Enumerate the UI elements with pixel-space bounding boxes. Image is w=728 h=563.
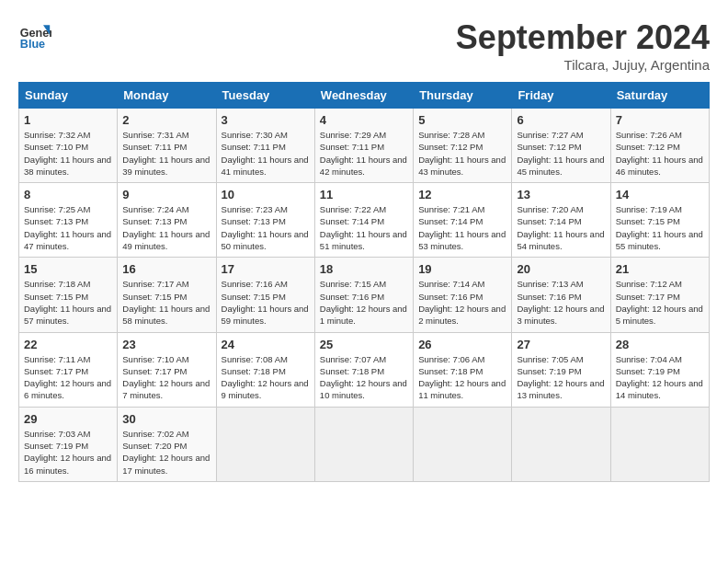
- day-number: 7: [616, 113, 704, 127]
- day-number: 22: [24, 338, 112, 351]
- day-number: 20: [517, 262, 605, 276]
- calendar-cell: [610, 407, 709, 481]
- day-number: 12: [418, 188, 506, 201]
- day-number: 13: [517, 188, 605, 201]
- calendar-cell: 23Sunrise: 7:10 AMSunset: 7:17 PMDayligh…: [118, 332, 216, 407]
- calendar-cell: [414, 407, 512, 481]
- calendar-cell: 29Sunrise: 7:03 AMSunset: 7:19 PMDayligh…: [19, 407, 118, 481]
- day-number: 29: [24, 412, 112, 426]
- calendar-cell: 3Sunrise: 7:30 AMSunset: 7:11 PMDaylight…: [216, 109, 314, 183]
- day-number: 3: [222, 113, 310, 127]
- logo-icon: General Blue: [18, 18, 51, 52]
- calendar-cell: 8Sunrise: 7:25 AMSunset: 7:13 PMDaylight…: [19, 183, 118, 258]
- calendar-cell: 22Sunrise: 7:11 AMSunset: 7:17 PMDayligh…: [19, 332, 118, 407]
- calendar-cell: 28Sunrise: 7:04 AMSunset: 7:19 PMDayligh…: [610, 332, 709, 407]
- day-info: Sunrise: 7:12 AMSunset: 7:17 PMDaylight:…: [616, 278, 704, 327]
- calendar-cell: 12Sunrise: 7:21 AMSunset: 7:14 PMDayligh…: [414, 183, 512, 258]
- logo: General Blue: [18, 18, 51, 52]
- calendar-week-row: 22Sunrise: 7:11 AMSunset: 7:17 PMDayligh…: [19, 332, 710, 407]
- calendar-cell: 14Sunrise: 7:19 AMSunset: 7:15 PMDayligh…: [610, 183, 709, 258]
- day-info: Sunrise: 7:06 AMSunset: 7:18 PMDaylight:…: [418, 353, 506, 402]
- day-info: Sunrise: 7:02 AMSunset: 7:20 PMDaylight:…: [122, 428, 210, 477]
- calendar-cell: 30Sunrise: 7:02 AMSunset: 7:20 PMDayligh…: [118, 407, 216, 481]
- day-info: Sunrise: 7:24 AMSunset: 7:13 PMDaylight:…: [122, 203, 210, 252]
- day-number: 9: [122, 188, 210, 201]
- day-info: Sunrise: 7:25 AMSunset: 7:13 PMDaylight:…: [24, 203, 112, 252]
- calendar-week-row: 1Sunrise: 7:32 AMSunset: 7:10 PMDaylight…: [19, 109, 710, 183]
- col-sunday: Sunday: [19, 83, 118, 109]
- day-info: Sunrise: 7:28 AMSunset: 7:12 PMDaylight:…: [418, 129, 506, 178]
- day-info: Sunrise: 7:22 AMSunset: 7:14 PMDaylight:…: [320, 203, 408, 252]
- day-number: 24: [222, 338, 310, 351]
- day-number: 25: [320, 338, 408, 351]
- day-info: Sunrise: 7:04 AMSunset: 7:19 PMDaylight:…: [616, 353, 704, 402]
- calendar-cell: 19Sunrise: 7:14 AMSunset: 7:16 PMDayligh…: [414, 258, 512, 332]
- col-monday: Monday: [118, 83, 216, 109]
- calendar-cell: 26Sunrise: 7:06 AMSunset: 7:18 PMDayligh…: [414, 332, 512, 407]
- calendar-cell: [216, 407, 314, 481]
- day-number: 18: [320, 262, 408, 276]
- day-info: Sunrise: 7:14 AMSunset: 7:16 PMDaylight:…: [418, 278, 506, 327]
- calendar-cell: 18Sunrise: 7:15 AMSunset: 7:16 PMDayligh…: [314, 258, 413, 332]
- day-number: 28: [616, 338, 704, 351]
- day-number: 5: [418, 113, 506, 127]
- day-number: 6: [517, 113, 605, 127]
- day-info: Sunrise: 7:31 AMSunset: 7:11 PMDaylight:…: [122, 129, 210, 178]
- day-number: 2: [122, 113, 210, 127]
- day-number: 21: [616, 262, 704, 276]
- calendar-week-row: 8Sunrise: 7:25 AMSunset: 7:13 PMDaylight…: [19, 183, 710, 258]
- col-tuesday: Tuesday: [216, 83, 314, 109]
- day-info: Sunrise: 7:10 AMSunset: 7:17 PMDaylight:…: [122, 353, 210, 402]
- day-info: Sunrise: 7:20 AMSunset: 7:14 PMDaylight:…: [517, 203, 605, 252]
- day-number: 1: [24, 113, 112, 127]
- day-number: 19: [418, 262, 506, 276]
- day-info: Sunrise: 7:13 AMSunset: 7:16 PMDaylight:…: [517, 278, 605, 327]
- calendar-cell: 11Sunrise: 7:22 AMSunset: 7:14 PMDayligh…: [314, 183, 413, 258]
- title-block: September 2024 Tilcara, Jujuy, Argentina: [456, 18, 710, 73]
- day-number: 26: [418, 338, 506, 351]
- day-info: Sunrise: 7:15 AMSunset: 7:16 PMDaylight:…: [320, 278, 408, 327]
- day-info: Sunrise: 7:11 AMSunset: 7:17 PMDaylight:…: [24, 353, 112, 402]
- month-title: September 2024: [456, 18, 710, 57]
- calendar-week-row: 29Sunrise: 7:03 AMSunset: 7:19 PMDayligh…: [19, 407, 710, 481]
- day-info: Sunrise: 7:26 AMSunset: 7:12 PMDaylight:…: [616, 129, 704, 178]
- day-info: Sunrise: 7:29 AMSunset: 7:11 PMDaylight:…: [320, 129, 408, 178]
- calendar-cell: 24Sunrise: 7:08 AMSunset: 7:18 PMDayligh…: [216, 332, 314, 407]
- day-info: Sunrise: 7:19 AMSunset: 7:15 PMDaylight:…: [616, 203, 704, 252]
- calendar-cell: 27Sunrise: 7:05 AMSunset: 7:19 PMDayligh…: [512, 332, 610, 407]
- calendar-cell: 16Sunrise: 7:17 AMSunset: 7:15 PMDayligh…: [118, 258, 216, 332]
- calendar-cell: 5Sunrise: 7:28 AMSunset: 7:12 PMDaylight…: [414, 109, 512, 183]
- day-number: 10: [222, 188, 310, 201]
- calendar-cell: 17Sunrise: 7:16 AMSunset: 7:15 PMDayligh…: [216, 258, 314, 332]
- day-number: 4: [320, 113, 408, 127]
- day-info: Sunrise: 7:05 AMSunset: 7:19 PMDaylight:…: [517, 353, 605, 402]
- calendar-cell: 4Sunrise: 7:29 AMSunset: 7:11 PMDaylight…: [314, 109, 413, 183]
- day-info: Sunrise: 7:17 AMSunset: 7:15 PMDaylight:…: [122, 278, 210, 327]
- day-number: 30: [122, 412, 210, 426]
- day-info: Sunrise: 7:08 AMSunset: 7:18 PMDaylight:…: [222, 353, 310, 402]
- calendar-cell: [512, 407, 610, 481]
- calendar-cell: 2Sunrise: 7:31 AMSunset: 7:11 PMDaylight…: [118, 109, 216, 183]
- day-number: 8: [24, 188, 112, 201]
- day-number: 16: [122, 262, 210, 276]
- col-saturday: Saturday: [610, 83, 709, 109]
- day-number: 11: [320, 188, 408, 201]
- day-info: Sunrise: 7:07 AMSunset: 7:18 PMDaylight:…: [320, 353, 408, 402]
- day-info: Sunrise: 7:16 AMSunset: 7:15 PMDaylight:…: [222, 278, 310, 327]
- day-number: 15: [24, 262, 112, 276]
- day-info: Sunrise: 7:30 AMSunset: 7:11 PMDaylight:…: [222, 129, 310, 178]
- day-info: Sunrise: 7:18 AMSunset: 7:15 PMDaylight:…: [24, 278, 112, 327]
- page-header: General Blue September 2024 Tilcara, Juj…: [18, 18, 710, 73]
- svg-text:Blue: Blue: [20, 38, 45, 51]
- day-info: Sunrise: 7:21 AMSunset: 7:14 PMDaylight:…: [418, 203, 506, 252]
- calendar-cell: [314, 407, 413, 481]
- col-thursday: Thursday: [414, 83, 512, 109]
- calendar-week-row: 15Sunrise: 7:18 AMSunset: 7:15 PMDayligh…: [19, 258, 710, 332]
- calendar-cell: 6Sunrise: 7:27 AMSunset: 7:12 PMDaylight…: [512, 109, 610, 183]
- calendar-cell: 20Sunrise: 7:13 AMSunset: 7:16 PMDayligh…: [512, 258, 610, 332]
- calendar-cell: 21Sunrise: 7:12 AMSunset: 7:17 PMDayligh…: [610, 258, 709, 332]
- calendar-cell: 7Sunrise: 7:26 AMSunset: 7:12 PMDaylight…: [610, 109, 709, 183]
- day-info: Sunrise: 7:32 AMSunset: 7:10 PMDaylight:…: [24, 129, 112, 178]
- col-wednesday: Wednesday: [314, 83, 413, 109]
- location-subtitle: Tilcara, Jujuy, Argentina: [456, 57, 710, 73]
